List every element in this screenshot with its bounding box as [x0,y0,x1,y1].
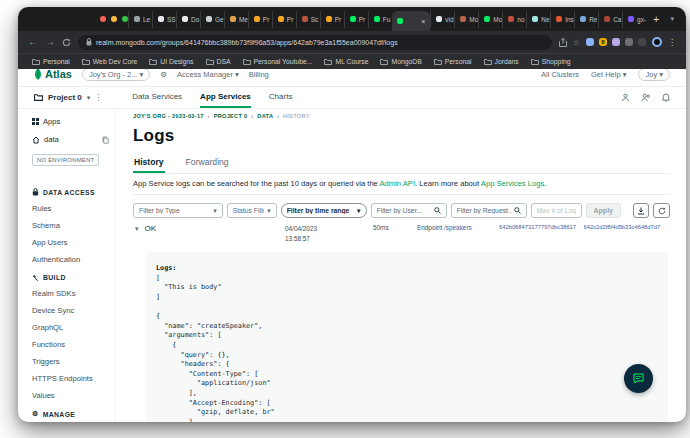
browser-tab[interactable]: no [502,11,526,28]
users-group-icon[interactable] [641,93,651,102]
bookmark-folder[interactable]: Personal [434,58,472,65]
filter-by-type-select[interactable]: Filter by Type ▾ [133,203,223,218]
sidebar-link[interactable]: GraphQL [32,323,109,332]
browser-tab[interactable]: Ins [550,11,574,28]
sidebar-link[interactable]: Rules [32,204,109,213]
breadcrumb-project[interactable]: PROJECT 0 [214,113,248,119]
sidebar-link[interactable]: Schema [32,221,109,230]
filter-by-time-range-select[interactable]: Filter by time range ▾ [281,203,367,218]
support-chat-button[interactable] [624,364,653,393]
filter-by-user-input[interactable] [377,207,431,214]
browser-tab[interactable]: Mo [478,11,502,28]
tab-history[interactable]: History [133,155,165,173]
bookmark-folder[interactable]: Web Dev Core [82,58,137,65]
copy-icon[interactable] [102,136,109,144]
browser-tab[interactable]: Ca [598,11,622,28]
browser-tab[interactable]: Mo [454,11,478,28]
traffic-light[interactable] [111,16,117,22]
extension-icon[interactable] [586,38,594,46]
reload-icon[interactable] [62,38,71,47]
bookmark-folder[interactable]: UI Designs [149,58,193,65]
traffic-light[interactable] [122,16,128,22]
sidebar-link[interactable]: App Users [32,238,109,247]
extension-icon[interactable] [638,38,646,46]
browser-tab[interactable]: Pr [248,11,272,28]
all-clusters-link[interactable]: All Clusters [541,70,579,79]
log-id[interactable]: 642c2d2f8f4d5b33c4648d7d7 [584,224,669,230]
app-services-logs-link[interactable]: App Services Logs [481,179,544,188]
browser-tab[interactable]: Me [224,11,248,28]
status-filter-select[interactable]: Status Filter ▾ [227,203,277,218]
browser-tab[interactable]: Pr [272,11,296,28]
project-selector[interactable]: Project 0 ▾ [34,93,90,102]
org-settings-gear-icon[interactable]: ⚙ [160,70,167,79]
project-menu-icon[interactable]: ⋮ [94,93,102,102]
sidebar-link[interactable]: Triggers [32,357,109,366]
bookmark-folder[interactable]: DSA [206,58,231,65]
sidebar-item-current-app[interactable]: data [32,135,109,144]
bookmark-folder[interactable]: Shopping [531,58,571,65]
extension-icon[interactable] [612,38,620,46]
refresh-logs-button[interactable] [653,203,670,218]
sidebar-link[interactable]: Realm SDKs [32,289,109,298]
tab-forwarding[interactable]: Forwarding [185,155,230,173]
extension-icon[interactable] [625,38,633,46]
atlas-logo[interactable]: Atlas [34,69,72,80]
tab-charts[interactable]: Charts [269,87,293,108]
endpoint-link[interactable]: /speakers [444,224,472,231]
traffic-light[interactable] [100,16,106,22]
access-manager-link[interactable]: Access Manager ▾ [177,70,239,79]
bookmark-folder[interactable]: Jordans [484,58,519,65]
back-icon[interactable]: ← [28,37,38,47]
download-logs-button[interactable] [633,203,650,218]
bookmark-folder[interactable]: Personal [32,58,70,65]
sidebar-link[interactable]: Values [32,391,109,400]
bookmark-folder[interactable]: ML Course [324,58,368,65]
tab-overflow-icon[interactable]: ▾ [666,15,678,23]
log-entry-row[interactable]: ▾ OK 04/04/2023 13:58:57 50ms Endpoint /… [133,218,670,250]
browser-tab[interactable]: gx- [622,11,646,28]
admin-api-link[interactable]: Admin API [380,179,415,188]
forward-icon[interactable]: → [45,37,55,47]
tab-close-icon[interactable]: × [421,18,425,25]
browser-tab[interactable]: Re [574,11,598,28]
share-icon[interactable] [559,38,567,47]
browser-tab[interactable]: Pr [344,11,368,28]
org-selector[interactable]: Joy's Org - 2... ▾ [82,69,150,81]
chevron-down-icon[interactable]: ▾ [135,225,139,233]
profile-avatar[interactable] [652,37,662,47]
breadcrumb-app[interactable]: DATA [257,113,273,119]
bookmark-folder[interactable]: Personal Youtube... [243,58,313,65]
sidebar-link[interactable]: Authentication [32,255,109,264]
tab-app-services[interactable]: App Services [200,87,251,108]
apply-button[interactable]: Apply [586,203,621,218]
sidebar-link[interactable]: Device Sync [32,306,109,315]
browser-tab[interactable]: Sc [296,11,320,28]
log-request-id[interactable]: 642b068473177797dbc38617 [499,224,584,230]
user-menu[interactable]: Joy ▾ [638,69,670,81]
bookmark-folder[interactable]: MongoDB [380,58,421,65]
browser-tab[interactable]: Le [128,11,152,28]
breadcrumb-org[interactable]: JOY'S ORG - 2023-03-17 [133,113,204,119]
address-bar[interactable]: realm.mongodb.com/groups/641476bbc389bb7… [78,35,552,50]
tab-data-services[interactable]: Data Services [132,87,182,108]
browser-tab[interactable]: SS [152,11,176,28]
browser-tab[interactable]: vid [430,11,454,28]
sidebar-link[interactable]: Functions [32,340,109,349]
get-help-menu[interactable]: Get Help ▾ [591,70,626,79]
bookmark-star-icon[interactable]: ☆ [573,38,580,47]
bell-icon[interactable] [662,93,670,102]
browser-tab[interactable]: Ne [526,11,550,28]
max-logs-input[interactable] [537,207,576,214]
browser-tab[interactable]: Ge [200,11,224,28]
sidebar-link[interactable]: HTTPS Endpoints [32,374,109,383]
user-icon[interactable] [621,93,630,102]
browser-menu-icon[interactable]: ⋮ [668,38,676,47]
extension-icon[interactable]: 8 [599,38,607,46]
sidebar-item-apps[interactable]: Apps [32,117,109,126]
new-tab-button[interactable]: + [646,13,666,25]
filter-by-request-input[interactable] [457,207,511,214]
browser-tab[interactable]: Fu [368,11,392,28]
active-browser-tab[interactable]: × [392,11,431,31]
billing-link[interactable]: Billing [249,70,269,79]
